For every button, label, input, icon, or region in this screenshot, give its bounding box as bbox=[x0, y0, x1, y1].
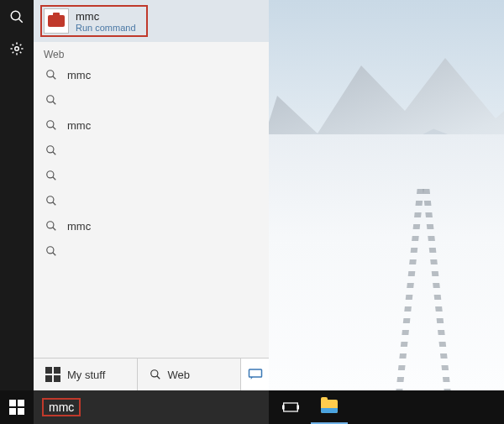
screen: mmc Run command Web mmc mmc bbox=[0, 0, 504, 424]
web-suggestion[interactable]: mmc bbox=[34, 113, 269, 138]
svg-point-5 bbox=[47, 96, 54, 102]
svg-point-7 bbox=[47, 121, 54, 128]
svg-point-17 bbox=[47, 247, 54, 254]
wallpaper-tracks bbox=[398, 189, 449, 390]
best-match-text: mmc Run command bbox=[76, 10, 136, 33]
desktop-area[interactable] bbox=[269, 0, 504, 424]
best-match-subtitle: Run command bbox=[76, 23, 136, 33]
svg-line-1 bbox=[18, 18, 23, 23]
web-suggestion[interactable] bbox=[34, 138, 269, 163]
filter-mystuff-button[interactable]: My stuff bbox=[34, 359, 137, 390]
web-suggestion[interactable]: mmc bbox=[34, 213, 269, 238]
mmc-app-icon bbox=[44, 8, 69, 34]
search-icon bbox=[44, 143, 59, 158]
svg-rect-24 bbox=[297, 406, 300, 410]
web-suggestion-text: mmc bbox=[67, 69, 91, 81]
best-match-highlight: mmc Run command bbox=[40, 5, 148, 37]
web-section-label: Web bbox=[34, 42, 269, 62]
web-suggestion[interactable]: mmc bbox=[34, 62, 269, 87]
svg-point-2 bbox=[15, 47, 19, 51]
search-icon bbox=[9, 9, 24, 24]
sidebar-settings-button[interactable] bbox=[5, 37, 29, 60]
search-icon bbox=[44, 67, 59, 82]
wallpaper-snow bbox=[269, 134, 504, 390]
best-match-title: mmc bbox=[76, 10, 136, 23]
web-suggestion[interactable] bbox=[34, 238, 269, 264]
svg-point-15 bbox=[47, 222, 54, 228]
filter-mystuff-label: My stuff bbox=[67, 369, 105, 381]
filter-row: My stuff Web bbox=[34, 358, 269, 390]
feedback-icon bbox=[248, 368, 263, 381]
search-icon bbox=[44, 193, 59, 208]
svg-line-20 bbox=[156, 376, 160, 380]
search-input[interactable]: mmc bbox=[42, 398, 81, 416]
svg-line-12 bbox=[53, 177, 56, 181]
svg-point-3 bbox=[47, 71, 54, 77]
windows-icon bbox=[9, 400, 24, 415]
folder-icon bbox=[321, 400, 338, 413]
svg-line-8 bbox=[53, 127, 56, 130]
svg-line-18 bbox=[53, 253, 56, 256]
svg-line-6 bbox=[53, 102, 56, 105]
search-icon bbox=[150, 369, 161, 380]
svg-rect-22 bbox=[284, 403, 298, 411]
search-input-row: mmc bbox=[34, 390, 269, 424]
best-match-row[interactable]: mmc Run command bbox=[34, 0, 269, 42]
search-icon bbox=[44, 168, 59, 183]
taskbar bbox=[269, 390, 504, 424]
filter-web-button[interactable]: Web bbox=[137, 359, 241, 390]
search-icon bbox=[44, 92, 59, 107]
search-panel: mmc Run command Web mmc mmc bbox=[34, 0, 269, 424]
windows-icon bbox=[45, 367, 60, 382]
search-icon bbox=[44, 243, 59, 259]
svg-line-16 bbox=[53, 228, 56, 231]
svg-rect-23 bbox=[282, 406, 285, 410]
svg-line-10 bbox=[53, 152, 56, 155]
svg-point-11 bbox=[47, 171, 54, 178]
web-suggestion[interactable] bbox=[34, 188, 269, 213]
svg-point-19 bbox=[150, 370, 157, 377]
svg-rect-21 bbox=[249, 369, 261, 377]
start-button[interactable] bbox=[0, 390, 34, 424]
settings-icon bbox=[9, 41, 24, 56]
taskview-button[interactable] bbox=[272, 390, 309, 424]
file-explorer-button[interactable] bbox=[311, 390, 348, 424]
search-icon bbox=[44, 118, 59, 133]
sidebar-search-button[interactable] bbox=[5, 5, 29, 29]
svg-line-14 bbox=[53, 202, 56, 206]
filter-web-label: Web bbox=[168, 369, 191, 381]
svg-line-4 bbox=[53, 76, 56, 80]
svg-point-0 bbox=[11, 11, 20, 20]
svg-point-9 bbox=[47, 146, 54, 153]
svg-point-13 bbox=[47, 196, 54, 203]
web-suggestion-text: mmc bbox=[67, 220, 91, 233]
web-suggestion-text: mmc bbox=[67, 119, 91, 132]
web-suggestion[interactable] bbox=[34, 163, 269, 188]
feedback-button[interactable] bbox=[240, 359, 269, 390]
web-suggestion-list: mmc mmc mm bbox=[34, 62, 269, 358]
taskview-icon bbox=[282, 400, 299, 414]
web-suggestion[interactable] bbox=[34, 87, 269, 113]
search-icon bbox=[44, 218, 59, 233]
cortana-sidebar bbox=[0, 0, 34, 424]
